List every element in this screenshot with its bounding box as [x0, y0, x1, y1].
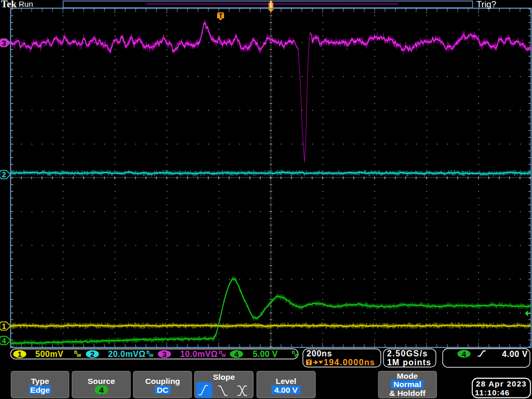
- svg-text:200ns: 200ns: [307, 349, 332, 358]
- svg-text:W: W: [221, 353, 226, 358]
- svg-text:2: 2: [90, 350, 95, 358]
- svg-text:500mV: 500mV: [35, 350, 63, 358]
- svg-text:Level: Level: [276, 377, 297, 385]
- svg-text:4.00 V: 4.00 V: [274, 385, 298, 394]
- svg-text:1M points: 1M points: [387, 358, 431, 367]
- svg-text:3: 3: [162, 350, 166, 358]
- svg-text:3: 3: [2, 39, 6, 47]
- svg-text:4.00 V: 4.00 V: [502, 350, 528, 358]
- svg-text:20.0mVΩ: 20.0mVΩ: [108, 350, 145, 358]
- svg-text:Trig?: Trig?: [476, 0, 496, 9]
- svg-text:W: W: [77, 353, 82, 358]
- svg-text:4: 4: [2, 337, 6, 345]
- svg-text:2: 2: [2, 170, 6, 179]
- svg-text:Run: Run: [19, 0, 33, 8]
- svg-text:10.0mVΩ: 10.0mVΩ: [180, 350, 218, 358]
- svg-text:T: T: [219, 12, 223, 20]
- svg-text:5.00 V: 5.00 V: [253, 350, 278, 358]
- svg-text:194.0000ns: 194.0000ns: [324, 358, 375, 367]
- svg-text:& Holdoff: & Holdoff: [389, 389, 426, 397]
- svg-text:4: 4: [234, 350, 239, 358]
- svg-text:Coupling: Coupling: [145, 377, 180, 385]
- svg-text:Source: Source: [88, 377, 115, 385]
- svg-text:4: 4: [462, 350, 467, 358]
- svg-text:1: 1: [18, 350, 22, 358]
- svg-text:W: W: [149, 353, 154, 358]
- svg-text:28 Apr 2023: 28 Apr 2023: [476, 379, 527, 388]
- svg-text:Type: Type: [31, 377, 49, 385]
- svg-text:1: 1: [2, 322, 6, 330]
- svg-text:Tek: Tek: [1, 0, 17, 9]
- svg-text:T: T: [307, 360, 311, 366]
- svg-text:Edge: Edge: [30, 385, 50, 394]
- svg-text:Normal: Normal: [393, 380, 421, 389]
- svg-text:DC: DC: [157, 385, 168, 394]
- svg-text:11:10:46: 11:10:46: [475, 388, 510, 397]
- svg-text:W: W: [294, 353, 299, 358]
- svg-text:2.50GS/s: 2.50GS/s: [387, 349, 428, 358]
- svg-text:Mode: Mode: [397, 371, 418, 380]
- svg-text:Slope: Slope: [213, 373, 235, 381]
- svg-text:4: 4: [99, 385, 104, 394]
